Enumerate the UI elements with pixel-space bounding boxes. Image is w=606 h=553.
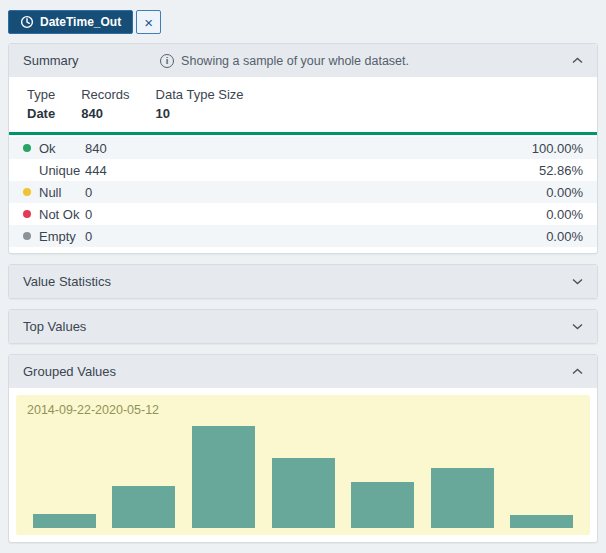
value-statistics-header[interactable]: Value Statistics	[9, 265, 597, 298]
chevron-up-icon[interactable]	[572, 368, 583, 375]
table-row: Not Ok00.00%	[9, 203, 597, 225]
meta-col-type: Type Date	[27, 87, 55, 121]
grouped-values-chart: 2014-09-22-2020-05-12	[16, 395, 590, 535]
close-icon: ×	[144, 15, 153, 30]
meta-value: 840	[81, 106, 129, 121]
bar[interactable]	[192, 426, 255, 528]
column-tag[interactable]: DateTime_Out	[8, 10, 133, 34]
stat-count: 444	[85, 163, 155, 178]
summary-title: Summary	[23, 53, 79, 68]
summary-panel: Summary i Showing a sample of your whole…	[8, 43, 598, 254]
stat-label: Not Ok	[39, 207, 85, 222]
grouped-values-header[interactable]: Grouped Values	[9, 355, 597, 388]
meta-header: Data Type Size	[156, 87, 244, 102]
status-dot-icon	[23, 166, 31, 174]
stat-percent: 0.00%	[546, 185, 583, 200]
tag-close-button[interactable]: ×	[136, 10, 161, 34]
value-statistics-panel: Value Statistics	[8, 264, 598, 299]
meta-header: Records	[81, 87, 129, 102]
stat-count: 0	[85, 229, 155, 244]
sample-info-text: Showing a sample of your whole dataset.	[181, 54, 409, 68]
table-row: Null00.00%	[9, 181, 597, 203]
bar[interactable]	[431, 468, 494, 528]
sample-info: i Showing a sample of your whole dataset…	[160, 54, 409, 68]
meta-value: 10	[156, 106, 244, 121]
stat-count: 840	[85, 141, 155, 156]
grouped-values-body: 2014-09-22-2020-05-12	[9, 388, 597, 542]
chevron-up-icon[interactable]	[572, 57, 583, 64]
stat-label: Empty	[39, 229, 85, 244]
column-tag-row: DateTime_Out ×	[0, 0, 606, 43]
status-dot-icon	[23, 144, 31, 152]
stat-percent: 0.00%	[546, 207, 583, 222]
stat-percent: 100.00%	[532, 141, 583, 156]
meta-header: Type	[27, 87, 55, 102]
summary-body: Type Date Records 840 Data Type Size 10 …	[9, 77, 597, 253]
grouped-values-panel: Grouped Values 2014-09-22-2020-05-12	[8, 354, 598, 543]
top-values-panel: Top Values	[8, 309, 598, 344]
bar[interactable]	[112, 486, 175, 528]
stat-count: 0	[85, 185, 155, 200]
bar[interactable]	[272, 458, 335, 528]
status-dot-icon	[23, 210, 31, 218]
bar[interactable]	[510, 515, 573, 528]
column-tag-label: DateTime_Out	[40, 15, 121, 29]
stat-count: 0	[85, 207, 155, 222]
grouped-values-title: Grouped Values	[23, 364, 116, 379]
stat-percent: 52.86%	[539, 163, 583, 178]
bar[interactable]	[33, 514, 96, 528]
bar[interactable]	[351, 482, 414, 528]
summary-meta-table: Type Date Records 840 Data Type Size 10	[9, 77, 597, 135]
table-row: Unique44452.86%	[9, 159, 597, 181]
stat-label: Unique	[39, 163, 85, 178]
top-values-title: Top Values	[23, 319, 86, 334]
status-dot-icon	[23, 188, 31, 196]
chevron-down-icon[interactable]	[572, 278, 583, 285]
top-values-header[interactable]: Top Values	[9, 310, 597, 343]
chevron-down-icon[interactable]	[572, 323, 583, 330]
meta-col-datatypesize: Data Type Size 10	[156, 87, 244, 121]
stat-percent: 0.00%	[546, 229, 583, 244]
status-dot-icon	[23, 232, 31, 240]
value-statistics-title: Value Statistics	[23, 274, 111, 289]
table-row: Ok840100.00%	[9, 137, 597, 159]
stat-label: Null	[39, 185, 85, 200]
meta-value: Date	[27, 106, 55, 121]
bar-chart-bars	[16, 426, 590, 528]
clock-icon	[20, 15, 34, 29]
chart-range-label: 2014-09-22-2020-05-12	[27, 403, 159, 417]
stat-label: Ok	[39, 141, 85, 156]
meta-col-records: Records 840	[81, 87, 129, 121]
info-icon: i	[160, 54, 174, 68]
summary-header[interactable]: Summary i Showing a sample of your whole…	[9, 44, 597, 77]
table-row: Empty00.00%	[9, 225, 597, 247]
stat-rows: Ok840100.00%Unique44452.86%Null00.00%Not…	[9, 135, 597, 253]
